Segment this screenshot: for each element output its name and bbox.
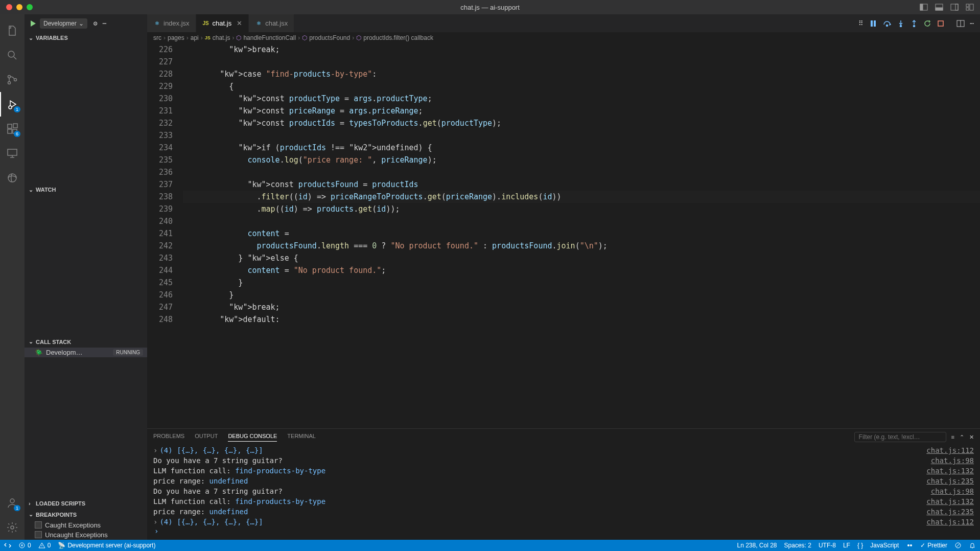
code-line[interactable]: "kw">break; <box>183 301 980 313</box>
dev-server-status[interactable]: 📡Development server (ai-support) <box>58 542 155 549</box>
line-number[interactable]: 248 <box>147 313 173 326</box>
section-breakpoints[interactable]: ⌄BREAKPOINTS <box>25 509 147 520</box>
code-editor[interactable]: 2262272282292302312322332342352362372382… <box>147 43 980 428</box>
source-link[interactable]: chat.js:98 <box>931 486 974 496</box>
drag-handle-icon[interactable]: ⠿ <box>858 19 864 28</box>
source-link[interactable]: chat.js:98 <box>931 455 974 466</box>
line-number[interactable]: 234 <box>147 142 173 154</box>
editor-tab[interactable]: JSchat.js✕ <box>196 14 249 32</box>
code-line[interactable]: } <box>183 289 980 301</box>
panel-tab-terminal[interactable]: TERMINAL <box>287 433 316 441</box>
console-line[interactable]: Do you have a 7 string guitar?chat.js:98 <box>153 486 974 496</box>
feedback-icon[interactable] <box>954 542 962 549</box>
settings-icon[interactable] <box>0 515 25 540</box>
code-line[interactable]: "kw">default: <box>183 313 980 326</box>
debug-console[interactable]: ›(4) [{…}, {…}, {…}, {…}]chat.js:112Do y… <box>147 445 980 540</box>
line-number[interactable]: 227 <box>147 56 173 68</box>
line-number[interactable]: 229 <box>147 80 173 93</box>
section-watch[interactable]: ⌄WATCH <box>25 184 147 195</box>
panel-tab-debug-console[interactable]: DEBUG CONSOLE <box>228 433 277 442</box>
prettier-status[interactable]: ✓ Prettier <box>920 542 947 549</box>
source-control-icon[interactable] <box>0 67 25 92</box>
panel-tab-problems[interactable]: PROBLEMS <box>153 433 184 441</box>
line-number[interactable]: 242 <box>147 240 173 252</box>
layout-panel-icon[interactable] <box>935 3 943 11</box>
start-debug-icon[interactable] <box>29 19 37 28</box>
source-link[interactable]: chat.js:112 <box>926 517 974 527</box>
section-callstack[interactable]: ⌄CALL STACK <box>25 336 147 348</box>
section-variables[interactable]: ⌄VARIABLES <box>25 32 147 43</box>
source-link[interactable]: chat.js:235 <box>926 476 974 486</box>
call-stack-item[interactable]: 🪲Developm… RUNNING <box>25 348 147 357</box>
layout-secondary-icon[interactable] <box>950 3 959 11</box>
breadcrumb-item[interactable]: ⬡ productIds.filter() callback <box>356 34 433 41</box>
line-number[interactable]: 240 <box>147 215 173 227</box>
code-line[interactable]: productsFound.length === 0 ? "No product… <box>183 240 980 252</box>
breadcrumb-item[interactable]: src <box>153 34 161 41</box>
section-loaded-scripts[interactable]: ›LOADED SCRIPTS <box>25 498 147 509</box>
accounts-icon[interactable]: 1 <box>0 491 25 515</box>
source-link[interactable]: chat.js:132 <box>926 466 974 476</box>
checkbox[interactable] <box>35 531 42 538</box>
line-number[interactable]: 243 <box>147 252 173 264</box>
code-line[interactable]: .filter((id) => priceRangeToProducts.get… <box>183 191 980 203</box>
remote-indicator[interactable] <box>4 542 11 549</box>
code-line[interactable] <box>183 166 980 178</box>
editor-tab[interactable]: ⚛chat.jsx <box>249 14 294 32</box>
code-line[interactable]: } "kw">else { <box>183 252 980 264</box>
panel-tab-output[interactable]: OUTPUT <box>195 433 218 441</box>
console-line[interactable]: ›(4) [{…}, {…}, {…}, {…}]chat.js:112 <box>153 445 974 455</box>
editor-tab[interactable]: ⚛index.jsx <box>147 14 196 32</box>
checkbox[interactable] <box>35 521 42 529</box>
indentation[interactable]: Spaces: 2 <box>784 542 811 549</box>
code-line[interactable] <box>183 56 980 68</box>
breadcrumb-item[interactable]: JS chat.js <box>205 34 230 41</box>
language-mode[interactable]: JavaScript <box>870 542 899 549</box>
source-link[interactable]: chat.js:132 <box>926 496 974 507</box>
close-window-button[interactable] <box>6 4 12 10</box>
step-into-icon[interactable] <box>897 20 904 27</box>
close-tab-icon[interactable]: ✕ <box>237 19 242 27</box>
errors-count[interactable]: 0 <box>18 542 31 549</box>
line-number[interactable]: 236 <box>147 166 173 178</box>
source-link[interactable]: chat.js:112 <box>926 445 974 455</box>
line-number[interactable]: 231 <box>147 105 173 117</box>
line-number[interactable]: 241 <box>147 227 173 240</box>
code-line[interactable]: console.log("price range: ", priceRange)… <box>183 154 980 166</box>
console-line[interactable]: LLM function call: find-products-by-type… <box>153 466 974 476</box>
layout-primary-icon[interactable] <box>920 3 928 11</box>
more-icon[interactable]: ⋯ <box>103 19 107 28</box>
line-number[interactable]: 237 <box>147 178 173 191</box>
braces-icon[interactable]: { } <box>857 542 863 549</box>
line-number[interactable]: 226 <box>147 43 173 56</box>
explorer-icon[interactable] <box>0 18 25 43</box>
code-line[interactable]: "kw">const productsFound = productIds <box>183 178 980 191</box>
bell-icon[interactable] <box>969 542 976 549</box>
code-line[interactable] <box>183 129 980 142</box>
split-editor-icon[interactable] <box>956 19 965 28</box>
maximize-window-button[interactable] <box>27 4 33 10</box>
console-line[interactable]: LLM function call: find-products-by-type… <box>153 496 974 507</box>
expand-arrow-icon[interactable]: › <box>153 518 157 526</box>
code-line[interactable]: .map((id) => products.get(id)); <box>183 203 980 215</box>
line-number[interactable]: 246 <box>147 289 173 301</box>
code-line[interactable]: "kw">if (productIds !== "kw2">undefined)… <box>183 142 980 154</box>
line-number[interactable]: 235 <box>147 154 173 166</box>
console-filter-input[interactable] <box>854 432 946 442</box>
encoding[interactable]: UTF-8 <box>819 542 836 549</box>
breadcrumb-item[interactable]: ⬡ handleFunctionCall <box>236 34 296 41</box>
step-over-icon[interactable] <box>883 20 891 27</box>
code-line[interactable] <box>183 215 980 227</box>
search-icon[interactable] <box>0 43 25 67</box>
code-line[interactable]: content = "No product found."; <box>183 264 980 277</box>
eol[interactable]: LF <box>843 542 850 549</box>
step-out-icon[interactable] <box>911 20 918 27</box>
customize-layout-icon[interactable] <box>966 3 974 11</box>
console-line[interactable]: price range: undefinedchat.js:235 <box>153 476 974 486</box>
code-line[interactable]: "kw">const priceRange = args.priceRange; <box>183 105 980 117</box>
expand-arrow-icon[interactable]: › <box>153 446 157 454</box>
code-line[interactable]: "kw">break; <box>183 43 980 56</box>
line-number[interactable]: 232 <box>147 117 173 129</box>
warnings-count[interactable]: 0 <box>38 542 51 549</box>
source-link[interactable]: chat.js:235 <box>926 507 974 517</box>
